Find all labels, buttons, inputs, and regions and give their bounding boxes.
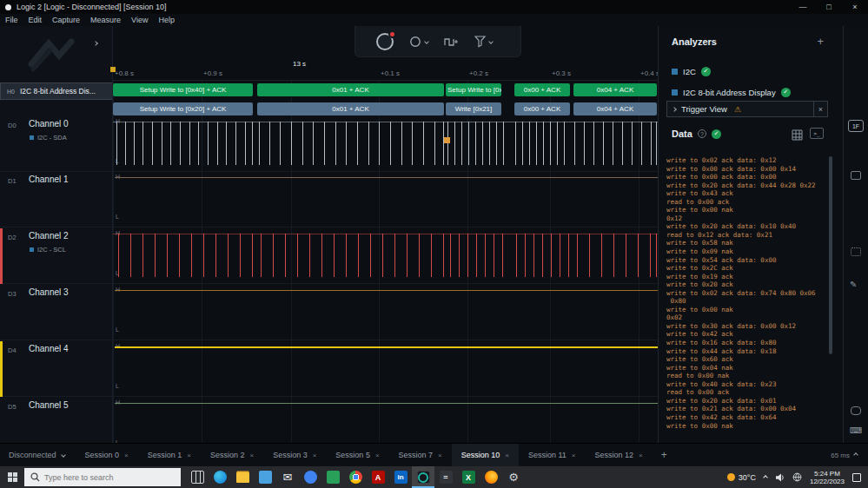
decoder-block[interactable]: 0x01 + ACK	[257, 83, 444, 96]
decoder-block[interactable]: 0x01 + ACK	[257, 102, 444, 115]
close-tab-icon[interactable]: ×	[375, 452, 380, 459]
extensions-icon[interactable]	[851, 247, 861, 256]
menu-capture[interactable]: Capture	[47, 16, 85, 24]
wave-row-d5[interactable]: HL	[113, 398, 658, 443]
wave-row-d0[interactable]: HL	[113, 116, 658, 172]
selection-marker[interactable]	[444, 137, 450, 143]
close-tab-icon[interactable]: ×	[438, 452, 442, 459]
session-tab[interactable]: Session 0×	[76, 444, 138, 466]
close-tab-icon[interactable]: ×	[313, 452, 317, 459]
chevron-up-icon[interactable]	[853, 452, 858, 458]
wave-area[interactable]: Setup Write to [0x40] + ACK0x01 + ACKSet…	[113, 81, 658, 443]
menu-view[interactable]: View	[126, 16, 153, 24]
settings-taskbar-button[interactable]: ⚙	[502, 466, 525, 488]
wave-row-d3[interactable]: HL	[113, 285, 658, 340]
mail-taskbar-button[interactable]: ✉	[276, 466, 299, 488]
session-tab[interactable]: Session 7×	[389, 444, 452, 466]
analyzer-item[interactable]: I2C✓	[672, 61, 834, 82]
decoder-block[interactable]: Setup Write to [0x40] + ACK	[113, 83, 253, 96]
file-explorer-taskbar-button[interactable]	[231, 466, 254, 488]
channel-row-d5[interactable]: D5Channel 5	[0, 398, 113, 443]
chrome-taskbar-button[interactable]	[344, 466, 367, 488]
channel-row-d2[interactable]: D2Channel 2I2C - SCL	[0, 228, 113, 284]
task-view-taskbar-button[interactable]	[186, 466, 209, 488]
excel-taskbar-button[interactable]: X	[457, 466, 480, 488]
start-capture-button[interactable]	[376, 33, 394, 50]
taskbar-search[interactable]	[24, 468, 181, 486]
new-session-button[interactable]: +	[653, 449, 676, 461]
close-tab-icon[interactable]: ×	[249, 452, 254, 459]
wave-row-d4[interactable]: HL	[113, 341, 658, 397]
comments-icon[interactable]	[851, 171, 861, 180]
start-button[interactable]	[0, 466, 24, 488]
minimize-button[interactable]: —	[790, 0, 816, 14]
close-tab-icon[interactable]: ×	[572, 452, 576, 459]
decoder-block[interactable]: 0x04 + ACK	[573, 102, 657, 115]
network-icon[interactable]	[792, 472, 802, 482]
menu-measure[interactable]: Measure	[85, 16, 126, 24]
wave-row-d2[interactable]: HL	[113, 228, 658, 284]
analyzer-header-row[interactable]: H0 I2C 8-bit Address Dis...	[0, 82, 113, 100]
logic-taskbar-button[interactable]	[412, 466, 434, 488]
session-tab[interactable]: Session 12×	[586, 444, 653, 466]
device-selector[interactable]: Disconnected	[0, 451, 76, 459]
close-tab-icon[interactable]: ×	[124, 452, 129, 459]
device-settings-button[interactable]	[409, 36, 428, 48]
menu-edit[interactable]: Edit	[23, 16, 48, 24]
tray-expand-icon[interactable]	[763, 475, 768, 480]
add-measurement-button[interactable]	[444, 36, 459, 48]
channel-row-d4[interactable]: D4Channel 4	[0, 341, 113, 397]
trigger-button[interactable]	[474, 36, 493, 48]
chat-icon[interactable]	[851, 406, 861, 415]
timeline-trigger-marker[interactable]	[110, 67, 116, 72]
calculator-taskbar-button[interactable]: =	[434, 466, 457, 488]
channel-row-d1[interactable]: D1Channel 1	[0, 172, 113, 228]
channel-row-d3[interactable]: D3Channel 3	[0, 285, 113, 340]
linkedin-taskbar-button[interactable]: in	[389, 466, 412, 488]
green-app-taskbar-button[interactable]	[321, 466, 344, 488]
wave-row-d1[interactable]: HL	[113, 172, 658, 228]
decoder-block[interactable]: Write [0x21]	[446, 102, 501, 115]
decoder-block[interactable]: 0x04 + ACK	[573, 83, 657, 96]
help-icon[interactable]: ?	[698, 129, 706, 138]
session-tab[interactable]: Session 3×	[263, 444, 326, 466]
device-badge-icon[interactable]: 1F	[848, 120, 864, 132]
terminal-view-icon[interactable]: >_	[810, 128, 824, 139]
store-taskbar-button[interactable]	[254, 466, 276, 488]
trigger-view-row[interactable]: Trigger View ⚠ ×	[666, 101, 828, 117]
decoder-block[interactable]: 0x00 + ACK	[514, 102, 570, 115]
session-tab[interactable]: Session 10×	[452, 444, 519, 466]
action-center-icon[interactable]	[852, 473, 861, 482]
annotations-icon[interactable]: ✎	[850, 280, 857, 289]
close-tab-icon[interactable]: ×	[639, 452, 643, 459]
menu-file[interactable]: File	[0, 16, 23, 24]
decoder-block[interactable]: Setup Write to [0x20] + ACK	[113, 102, 253, 115]
session-tab[interactable]: Session 2×	[201, 444, 263, 466]
decoder-block[interactable]: Setup Write to [0x	[446, 83, 501, 96]
table-view-icon[interactable]	[792, 129, 803, 144]
photos-taskbar-button[interactable]	[299, 466, 321, 488]
session-tab[interactable]: Session 11×	[519, 444, 586, 466]
weather-widget[interactable]: 30°C	[727, 473, 756, 482]
sidebar-expand-icon[interactable]	[93, 41, 98, 46]
data-scrollbar[interactable]	[829, 156, 832, 354]
analyzer-item[interactable]: I2C 8-bit Address Display✓	[672, 82, 834, 102]
edge-taskbar-button[interactable]	[209, 466, 231, 488]
decoder-block[interactable]: 0x00 + ACK	[514, 83, 570, 96]
session-tab[interactable]: Session 5×	[326, 444, 388, 466]
channel-row-d0[interactable]: D0Channel 0I2C - SDA	[0, 116, 113, 172]
session-tab[interactable]: Session 1×	[138, 444, 201, 466]
timeline[interactable]: +0.8 s+0.9 s13 s+0.1 s+0.2 s+0.3 s+0.4 s	[113, 59, 658, 81]
close-tab-icon[interactable]: ×	[505, 452, 509, 459]
firefox-taskbar-button[interactable]	[480, 466, 502, 488]
taskbar-clock[interactable]: 5:24 PM 12/22/2023	[810, 470, 845, 485]
close-tab-icon[interactable]: ×	[187, 452, 191, 459]
maximize-button[interactable]: □	[816, 0, 842, 14]
speaker-icon[interactable]	[775, 473, 785, 482]
menu-help[interactable]: Help	[153, 16, 180, 24]
search-input[interactable]	[44, 473, 166, 482]
keyboard-shortcuts-icon[interactable]: ⌨	[850, 425, 862, 435]
acrobat-taskbar-button[interactable]: A	[367, 466, 389, 488]
remove-trigger-view-button[interactable]: ×	[813, 102, 827, 116]
add-analyzer-button[interactable]: +	[817, 35, 824, 48]
